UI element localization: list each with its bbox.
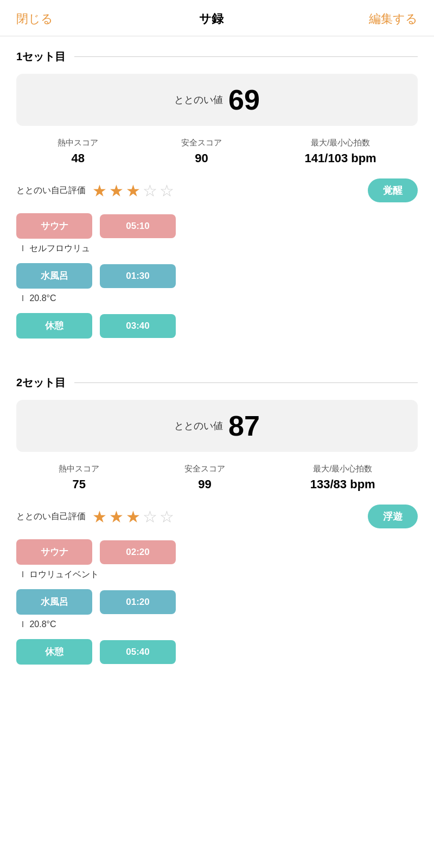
time-button-1-0[interactable]: 05:10 (100, 214, 176, 238)
activity-group-1-0: サウナ05:10ｌ セルフロウリュ (16, 213, 418, 254)
stat-item-1-2: 最大/最小心拍数141/103 bpm (305, 138, 376, 165)
eval-badge-1[interactable]: 覚醒 (368, 178, 418, 202)
activity-group-2-1: 水風呂01:20ｌ 20.8°C (16, 589, 418, 630)
stats-row-1: 熱中スコア48安全スコア90最大/最小心拍数141/103 bpm (16, 138, 418, 165)
stat-value-1-1: 90 (181, 151, 222, 165)
activity-button-1-2[interactable]: 休憩 (16, 313, 92, 339)
stat-label-2-0: 熱中スコア (59, 464, 99, 474)
activity-row-1-2: 休憩03:40 (16, 313, 418, 339)
activity-button-2-0[interactable]: サウナ (16, 539, 92, 565)
eval-label-1: ととのい自己評価 (16, 185, 86, 196)
eval-label-2: ととのい自己評価 (16, 511, 86, 522)
eval-row-1: ととのい自己評価★★★☆☆覚醒 (16, 178, 418, 202)
stat-value-2-2: 133/83 bpm (310, 477, 375, 492)
set-section-1: 1セット目ととのい値69熱中スコア48安全スコア90最大/最小心拍数141/10… (0, 36, 434, 353)
activity-row-2-0: サウナ02:20 (16, 539, 418, 565)
stars-1: ★★★☆☆ (92, 181, 174, 200)
stat-item-1-1: 安全スコア90 (181, 138, 222, 165)
time-button-1-1[interactable]: 01:30 (100, 264, 176, 288)
stat-label-1-1: 安全スコア (181, 138, 222, 148)
eval-row-2: ととのい自己評価★★★☆☆浮遊 (16, 505, 418, 528)
star-1-1: ★ (109, 181, 124, 200)
star-1-3: ☆ (143, 181, 157, 200)
activity-button-1-1[interactable]: 水風呂 (16, 263, 92, 289)
section-divider-2 (74, 382, 418, 383)
activity-group-1-1: 水風呂01:30ｌ 20.8°C (16, 263, 418, 304)
app-header: 閉じる サ録 編集する (0, 0, 434, 36)
set-title-1: 1セット目 (16, 49, 66, 64)
activity-button-2-2[interactable]: 休憩 (16, 639, 92, 665)
section-divider-1 (74, 56, 418, 57)
star-2-3: ☆ (143, 507, 157, 526)
score-value-1: 69 (228, 86, 260, 114)
time-button-2-2[interactable]: 05:40 (100, 640, 176, 664)
eval-left-2: ととのい自己評価★★★☆☆ (16, 507, 174, 526)
star-1-0: ★ (92, 181, 107, 200)
activity-button-2-1[interactable]: 水風呂 (16, 589, 92, 615)
score-card-2: ととのい値87 (16, 400, 418, 452)
time-button-2-1[interactable]: 01:20 (100, 590, 176, 614)
stat-item-2-1: 安全スコア99 (184, 464, 225, 492)
stat-label-2-2: 最大/最小心拍数 (310, 464, 375, 474)
stat-item-2-0: 熱中スコア75 (59, 464, 99, 492)
activity-group-2-0: サウナ02:20ｌ ロウリュイベント (16, 539, 418, 580)
stars-2: ★★★☆☆ (92, 507, 174, 526)
edit-button[interactable]: 編集する (369, 11, 418, 27)
sets-container: 1セット目ととのい値69熱中スコア48安全スコア90最大/最小心拍数141/10… (0, 36, 434, 679)
star-2-0: ★ (92, 507, 107, 526)
score-card-1: ととのい値69 (16, 74, 418, 126)
activity-group-2-2: 休憩05:40 (16, 639, 418, 665)
score-label-2: ととのい値 (174, 419, 223, 432)
activity-group-1-2: 休憩03:40 (16, 313, 418, 339)
stat-label-2-1: 安全スコア (184, 464, 225, 474)
activity-button-1-0[interactable]: サウナ (16, 213, 92, 239)
stat-label-1-0: 熱中スコア (58, 138, 98, 148)
activity-row-1-1: 水風呂01:30 (16, 263, 418, 289)
score-value-2: 87 (228, 412, 260, 440)
activity-row-1-0: サウナ05:10 (16, 213, 418, 239)
eval-left-1: ととのい自己評価★★★☆☆ (16, 181, 174, 200)
eval-badge-2[interactable]: 浮遊 (368, 505, 418, 528)
time-button-2-0[interactable]: 02:20 (100, 540, 176, 564)
set-title-2: 2セット目 (16, 375, 66, 390)
activity-note-2-1: ｌ 20.8°C (18, 619, 418, 630)
stat-item-1-0: 熱中スコア48 (58, 138, 98, 165)
star-2-1: ★ (109, 507, 124, 526)
activity-row-2-1: 水風呂01:20 (16, 589, 418, 615)
close-button[interactable]: 閉じる (16, 11, 53, 27)
score-label-1: ととのい値 (174, 93, 223, 106)
stat-value-2-0: 75 (59, 477, 99, 492)
star-2-2: ★ (126, 507, 141, 526)
activity-note-1-1: ｌ 20.8°C (18, 293, 418, 304)
time-button-1-2[interactable]: 03:40 (100, 314, 176, 338)
star-2-4: ☆ (159, 507, 174, 526)
activity-note-1-0: ｌ セルフロウリュ (18, 243, 418, 254)
activity-note-2-0: ｌ ロウリュイベント (18, 569, 418, 580)
activity-row-2-2: 休憩05:40 (16, 639, 418, 665)
star-1-2: ★ (126, 181, 141, 200)
star-1-4: ☆ (159, 181, 174, 200)
set-section-2: 2セット目ととのい値87熱中スコア75安全スコア99最大/最小心拍数133/83… (0, 362, 434, 679)
stat-value-1-0: 48 (58, 151, 98, 165)
stat-label-1-2: 最大/最小心拍数 (305, 138, 376, 148)
page-title: サ録 (199, 11, 224, 27)
stat-value-2-1: 99 (184, 477, 225, 492)
stat-value-1-2: 141/103 bpm (305, 151, 376, 165)
stat-item-2-2: 最大/最小心拍数133/83 bpm (310, 464, 375, 492)
stats-row-2: 熱中スコア75安全スコア99最大/最小心拍数133/83 bpm (16, 464, 418, 492)
